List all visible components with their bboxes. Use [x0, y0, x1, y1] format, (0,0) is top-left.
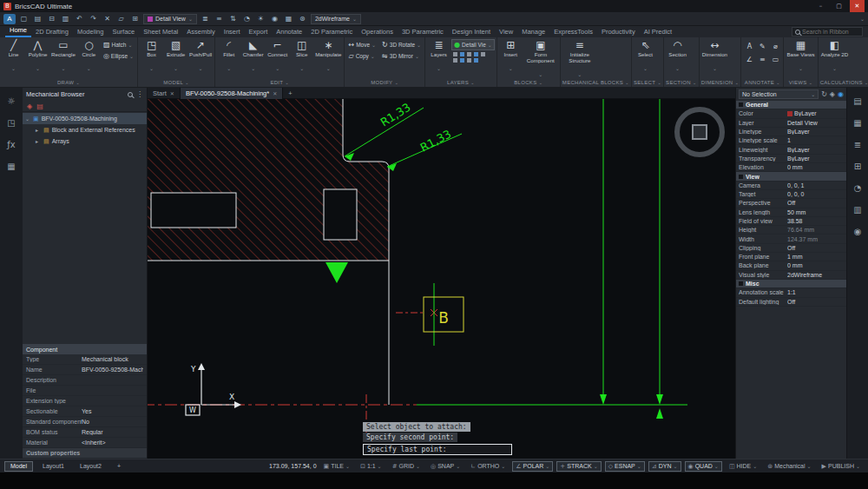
- ribbon-tab[interactable]: Insert: [220, 27, 245, 37]
- frame-icon[interactable]: ▭: [769, 53, 781, 65]
- ribbon-tool-button[interactable]: ↔ Dimension: [701, 38, 728, 76]
- status-toggle[interactable]: ◎ SNAP ⌄: [427, 461, 464, 472]
- ribbon-tab[interactable]: Assembly: [182, 27, 220, 37]
- ribbon-tool-button[interactable]: ⇖ Select: [634, 38, 657, 76]
- ribbon-group-label[interactable]: SECTION: [666, 77, 697, 87]
- detail-view-dropdown[interactable]: Detail View: [143, 14, 197, 24]
- ribbon-tool-button[interactable]: ◳ Box: [140, 38, 163, 76]
- status-toggle[interactable]: ∠ POLAR ⌄: [512, 461, 553, 472]
- copy-icon[interactable]: ▱: [115, 14, 127, 24]
- component-property-row[interactable]: Standard component No: [23, 417, 147, 427]
- status-toggle[interactable]: ⊛ Mechanical ⌄: [764, 461, 814, 472]
- quick-select-icon[interactable]: ◈: [830, 90, 835, 98]
- status-toggle[interactable]: ◇ ESNAP ⌄: [605, 461, 645, 472]
- grid-icon[interactable]: ▦: [283, 14, 294, 24]
- status-toggle[interactable]: + STRACK ⌄: [556, 461, 601, 472]
- render-materials-icon[interactable]: ◳: [7, 118, 15, 128]
- status-toggle[interactable]: ⊡ 1:1 ⌄: [357, 461, 385, 472]
- angle-dim-icon[interactable]: ∠: [743, 53, 755, 65]
- property-row[interactable]: Perspective Off: [736, 199, 846, 208]
- ribbon-tab[interactable]: Surface: [108, 27, 139, 37]
- property-row[interactable]: Layer Detail View: [736, 119, 846, 128]
- property-row[interactable]: Visual style 2dWireframe: [736, 271, 846, 280]
- ribbon-tab[interactable]: Operations: [357, 27, 398, 37]
- ribbon-tool-button[interactable]: ╱ Line: [2, 38, 25, 76]
- component-property-row[interactable]: Extension type: [23, 396, 147, 406]
- save-icon[interactable]: ⊟: [46, 14, 57, 24]
- component-section-header[interactable]: Component: [23, 344, 147, 354]
- text-icon[interactable]: A: [743, 40, 755, 52]
- settings-icon[interactable]: ⊛: [297, 14, 308, 24]
- properties-icon[interactable]: ≣: [200, 14, 211, 24]
- draw-order-icon[interactable]: ⇅: [227, 14, 239, 24]
- property-row[interactable]: Misc: [736, 280, 846, 288]
- ribbon-search-input[interactable]: [802, 29, 859, 35]
- view-icon[interactable]: ◔: [241, 14, 253, 24]
- property-row[interactable]: Lineweight ByLayer: [736, 145, 846, 154]
- insert-component-icon[interactable]: ◈: [27, 102, 32, 110]
- tree-item[interactable]: Block and External References: [23, 124, 147, 135]
- ribbon-tool-button-small[interactable]: ↻ 3D Rotate: [380, 39, 423, 50]
- tips-panel-icon[interactable]: ◉: [854, 227, 862, 236]
- ribbon-tool-button-small[interactable]: ▱ Copy: [346, 50, 378, 62]
- ribbon-tool-button[interactable]: ◧ Analyze 2D: [820, 38, 850, 76]
- property-row[interactable]: View: [736, 172, 846, 181]
- add-layout-button[interactable]: +: [111, 461, 127, 472]
- expander-icon[interactable]: [36, 138, 41, 144]
- properties-panel-icon[interactable]: ▤: [853, 96, 861, 106]
- component-property-row[interactable]: Name BFV-0050-92508-Machin...: [23, 365, 147, 375]
- sheets-panel-icon[interactable]: ▥: [853, 205, 861, 215]
- tree-item[interactable]: Arrays: [23, 135, 147, 147]
- ribbon-tool-button-small[interactable]: ◎ Ellipse: [102, 50, 135, 62]
- ribbon-group-label[interactable]: CALCULATIONS: [820, 77, 868, 87]
- expander-icon[interactable]: [36, 127, 41, 133]
- property-row[interactable]: General: [736, 101, 846, 109]
- component-property-row[interactable]: Custom properties: [23, 448, 147, 459]
- table-icon[interactable]: ≡: [756, 53, 768, 65]
- expander-icon[interactable]: [25, 116, 30, 122]
- minimize-button[interactable]: –: [813, 0, 828, 12]
- status-toggle[interactable]: ▣ TILE ⌄: [320, 461, 353, 472]
- ribbon-tool-button-small[interactable]: ⇋ 3D Mirror: [380, 50, 423, 62]
- camera-icon[interactable]: ◉: [269, 14, 280, 24]
- application-menu-button[interactable]: A: [3, 14, 16, 24]
- layout-tab[interactable]: Layout2: [74, 461, 108, 472]
- document-tab[interactable]: Start: [148, 88, 181, 99]
- ribbon-tool-button[interactable]: ≡ Initialize Structure: [562, 38, 597, 76]
- drawing-viewport[interactable]: R1,33 R1,33 B Y X W: [148, 99, 735, 459]
- ribbon-tab[interactable]: Sheet Metal: [139, 27, 182, 37]
- component-property-row[interactable]: Type Mechanical block: [23, 354, 147, 365]
- ribbon-tab[interactable]: 3D Parametric: [398, 27, 448, 37]
- command-input-line[interactable]: Specify last point:: [363, 444, 512, 455]
- close-icon[interactable]: [170, 90, 174, 96]
- ribbon-group-label[interactable]: MODEL: [140, 77, 213, 87]
- close-button[interactable]: ✕: [850, 0, 865, 12]
- ribbon-tool-button-small[interactable]: ↔ Move: [346, 39, 378, 50]
- ribbon-group-label[interactable]: DIMENSION: [701, 77, 740, 87]
- kebab-menu-icon[interactable]: ⋮: [136, 90, 143, 98]
- layout-tab[interactable]: Layout1: [36, 461, 70, 472]
- ribbon-tool-button[interactable]: ◫ Slice: [290, 38, 313, 76]
- ribbon-tool-button[interactable]: ◠ Section: [666, 38, 689, 76]
- selection-dropdown[interactable]: No Selection: [739, 89, 819, 99]
- status-toggle[interactable]: ◫ HIDE: [726, 461, 760, 472]
- property-row[interactable]: Field of view 38.58: [736, 217, 846, 226]
- ribbon-tool-button[interactable]: ↗ Push/Pull: [188, 38, 213, 76]
- property-row[interactable]: Target 0, 0, 0: [736, 190, 846, 199]
- search-icon[interactable]: [128, 92, 133, 97]
- undo-icon[interactable]: ↶: [74, 14, 85, 24]
- tree-item[interactable]: BFV-0050-92508-Machining: [23, 113, 147, 124]
- diameter-dim-icon[interactable]: ⌀: [769, 40, 781, 52]
- visual-style-dropdown[interactable]: 2dWireframe: [311, 14, 361, 24]
- ribbon-group-label[interactable]: MECHANICAL BLOCKS: [562, 77, 629, 87]
- component-property-row[interactable]: Description: [23, 375, 147, 386]
- sun-icon[interactable]: ☀: [255, 14, 266, 24]
- ribbon-tool-button[interactable]: ⌐ Connect: [266, 38, 289, 76]
- ribbon-tab[interactable]: View: [495, 27, 517, 37]
- property-row[interactable]: Elevation 0 mm: [736, 163, 846, 172]
- layer-state-icons[interactable]: [451, 56, 495, 63]
- property-row[interactable]: Lens length 50 mm: [736, 208, 846, 217]
- ribbon-tab[interactable]: Home: [5, 25, 31, 37]
- refresh-selection-icon[interactable]: ↻: [821, 90, 827, 98]
- cut-icon[interactable]: ✕: [102, 14, 113, 24]
